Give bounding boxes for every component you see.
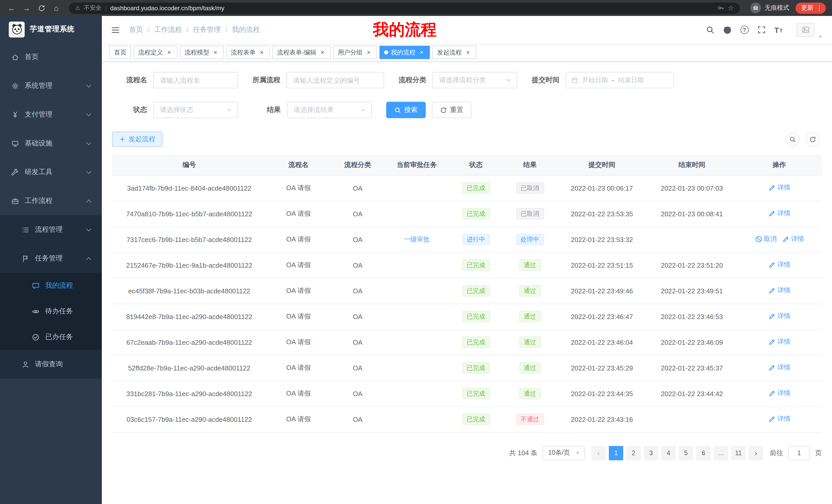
- action-detail-link[interactable]: 详情: [768, 312, 790, 320]
- sidebar-item-task-management[interactable]: 任务管理: [0, 244, 102, 273]
- sidebar-logo[interactable]: 芋道管理系统: [0, 16, 102, 43]
- tab-close-icon[interactable]: ×: [464, 49, 471, 56]
- sidebar-item-workflow[interactable]: 工作流程: [0, 187, 102, 215]
- breadcrumb-task-management[interactable]: 任务管理: [193, 25, 221, 34]
- cell-result: 通过: [503, 355, 557, 381]
- edit-icon: [768, 184, 776, 191]
- fullscreen-icon[interactable]: [757, 26, 765, 34]
- password-key-icon[interactable]: [718, 5, 724, 11]
- sidebar-item-leave-query[interactable]: 请假查询: [0, 350, 102, 379]
- tab-process-definition[interactable]: 流程定义×: [134, 46, 177, 59]
- tab-process-form-edit[interactable]: 流程表单-编辑×: [272, 46, 331, 59]
- pagination-total: 共 104 条: [509, 448, 537, 457]
- action-detail-link[interactable]: 详情: [768, 183, 790, 192]
- goto-page-input[interactable]: [788, 446, 810, 460]
- pagination: 共 104 条 10条/页 ▾ ‹123456…11› 前往 页: [112, 446, 822, 460]
- action-detail-link[interactable]: 详情: [782, 234, 804, 243]
- action-cancel-link[interactable]: 取消: [755, 234, 777, 243]
- page-button-2[interactable]: 2: [626, 446, 641, 460]
- tab-process-form[interactable]: 流程表单×: [226, 46, 270, 59]
- sidebar-item-label: 首页: [25, 52, 38, 62]
- page-button-4[interactable]: 4: [661, 446, 676, 460]
- sidebar-item-process-management[interactable]: 流程管理: [0, 215, 102, 244]
- result-select[interactable]: 请选择流结果: [287, 102, 372, 118]
- help-icon[interactable]: ?: [740, 26, 749, 34]
- page-button-1[interactable]: 1: [609, 446, 623, 460]
- category-select[interactable]: 请选择流程分类: [433, 72, 517, 88]
- tab-close-icon[interactable]: ×: [212, 49, 219, 56]
- status-select[interactable]: 请选择状态: [153, 102, 238, 118]
- action-detail-link[interactable]: 详情: [768, 363, 790, 372]
- browser-refresh-button[interactable]: [35, 2, 48, 15]
- browser-forward-button[interactable]: →: [20, 2, 33, 15]
- font-size-icon[interactable]: TT: [774, 26, 783, 34]
- pagination-prev-button[interactable]: ‹: [591, 446, 606, 460]
- tab-close-icon[interactable]: ×: [365, 49, 372, 56]
- sidebar-item-home[interactable]: 首页: [0, 43, 102, 72]
- cell-status: 已完成: [449, 407, 503, 432]
- breadcrumb-workflow[interactable]: 工作流程: [154, 25, 182, 34]
- page-button-11[interactable]: 11: [731, 446, 746, 460]
- sidebar-item-my-process[interactable]: 我的流程: [0, 273, 102, 299]
- cell-status: 已完成: [449, 329, 503, 355]
- address-bar[interactable]: ⚠ 不安全 | dashboard.yudao.iocoder.cn/bpm/t…: [69, 2, 740, 13]
- sidebar-item-done-tasks[interactable]: 已办任务: [0, 324, 102, 350]
- page-button-3[interactable]: 3: [644, 446, 658, 460]
- sidebar-item-devtools[interactable]: 研发工具: [0, 158, 102, 187]
- tab-close-icon[interactable]: ×: [418, 49, 425, 56]
- tab-my-process[interactable]: 我的流程×: [380, 46, 430, 59]
- page-size-select[interactable]: 10条/页 ▾: [543, 446, 585, 460]
- action-detail-link[interactable]: 详情: [768, 414, 790, 423]
- browser-chrome: ← → ⌂ ⚠ 不安全 | dashboard.yudao.iocoder.cn…: [0, 0, 832, 16]
- breadcrumb-home[interactable]: 首页: [129, 25, 143, 34]
- reset-button[interactable]: 重置: [432, 102, 471, 118]
- result-tag: 通过: [519, 285, 541, 297]
- parent-process-input[interactable]: [286, 72, 384, 88]
- sidebar-toggle-icon[interactable]: [109, 23, 122, 36]
- action-detail-link[interactable]: 详情: [768, 260, 790, 269]
- table-row: 3ad174fb-7b9d-11ec-8404-acde48001122OA 请…: [112, 175, 822, 201]
- refresh-table-icon[interactable]: [806, 132, 820, 146]
- action-detail-link[interactable]: 详情: [768, 209, 790, 218]
- sidebar-item-infrastructure[interactable]: 基础设施: [0, 129, 102, 158]
- process-name-input[interactable]: [153, 72, 238, 88]
- browser-home-button[interactable]: ⌂: [50, 2, 63, 15]
- process-name-label: 流程名: [112, 76, 147, 85]
- tab-home[interactable]: 首页: [109, 46, 131, 59]
- current-task-link[interactable]: 一级审批: [404, 235, 430, 244]
- action-detail-link[interactable]: 详情: [768, 286, 790, 295]
- user-icon: [22, 360, 29, 368]
- table-header-row: 编号流程名流程分类当前审批任务状态结果提交时间结束时间操作: [112, 155, 822, 175]
- header-search-icon[interactable]: [706, 26, 714, 34]
- tab-user-group[interactable]: 用户分组×: [333, 46, 377, 59]
- tab-process-model[interactable]: 流程模型×: [180, 46, 224, 59]
- sidebar-item-system[interactable]: 系统管理: [0, 72, 102, 100]
- search-button[interactable]: 搜索: [386, 102, 426, 118]
- toggle-search-icon[interactable]: [786, 132, 800, 146]
- browser-back-button[interactable]: ←: [5, 2, 18, 15]
- browser-update-button[interactable]: 更新 ⋮: [796, 2, 826, 13]
- pagination-ellipsis[interactable]: …: [714, 446, 728, 460]
- start-process-button[interactable]: 发起流程: [112, 132, 162, 147]
- browser-menu-dots-icon[interactable]: ⋮: [816, 4, 823, 12]
- filter-parent-process: 所属流程: [253, 72, 384, 88]
- tab-close-icon[interactable]: ×: [165, 49, 173, 56]
- page-button-6[interactable]: 6: [696, 446, 711, 460]
- tab-close-icon[interactable]: ×: [319, 49, 326, 56]
- tab-close-icon[interactable]: ×: [258, 49, 265, 56]
- cell-actions: 详情: [737, 381, 822, 407]
- user-avatar[interactable]: ▾: [797, 23, 814, 37]
- github-icon[interactable]: [723, 25, 731, 34]
- pagination-next-button[interactable]: ›: [749, 446, 763, 460]
- search-icon: [394, 107, 401, 113]
- page-button-5[interactable]: 5: [679, 446, 693, 460]
- sidebar-item-payment[interactable]: 支付管理: [0, 100, 102, 129]
- submit-time-range-picker[interactable]: 开始日期 - 结束日期: [566, 72, 674, 88]
- action-detail-link[interactable]: 详情: [768, 337, 790, 346]
- bookmark-star-icon[interactable]: ☆: [728, 4, 734, 12]
- cell-process-name: OA 请假: [266, 381, 331, 407]
- action-detail-link[interactable]: 详情: [768, 389, 790, 397]
- sidebar-item-todo-tasks[interactable]: 待办任务: [0, 299, 102, 324]
- tab-start-process[interactable]: 发起流程×: [433, 46, 476, 59]
- column-header: 编号: [112, 155, 266, 175]
